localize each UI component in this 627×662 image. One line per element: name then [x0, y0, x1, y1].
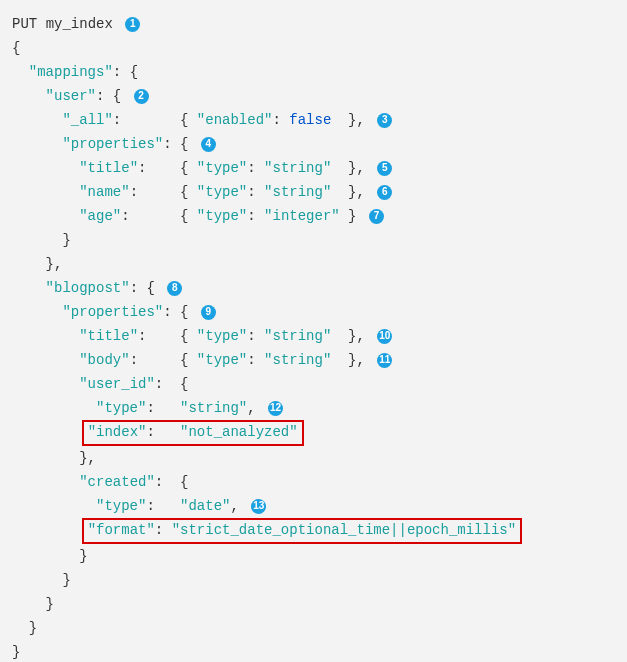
code-line: "properties": { 4 [12, 132, 615, 156]
callout-icon: 6 [377, 185, 392, 200]
highlight-box: "format": "strict_date_optional_time||ep… [82, 518, 523, 544]
http-target: my_index [46, 16, 113, 32]
code-line: } [12, 592, 615, 616]
code-line: "user": { 2 [12, 84, 615, 108]
code-line: }, [12, 252, 615, 276]
code-line: "properties": { 9 [12, 300, 615, 324]
code-line: "age": { "type": "integer" } 7 [12, 204, 615, 228]
code-line: "type": "date", 13 [12, 494, 615, 518]
code-line: "title": { "type": "string" }, 10 [12, 324, 615, 348]
code-line: "title": { "type": "string" }, 5 [12, 156, 615, 180]
code-line: }, [12, 446, 615, 470]
code-block: PUT my_index 1 { "mappings": { "user": {… [0, 0, 627, 662]
code-line: } [12, 544, 615, 568]
http-method: PUT [12, 16, 37, 32]
code-line: "_all": { "enabled": false }, 3 [12, 108, 615, 132]
callout-icon: 9 [201, 305, 216, 320]
callout-icon: 11 [377, 353, 392, 368]
callout-icon: 4 [201, 137, 216, 152]
callout-icon: 12 [268, 401, 283, 416]
code-line: } [12, 616, 615, 640]
code-line: "body": { "type": "string" }, 11 [12, 348, 615, 372]
code-line: "type": "string", 12 [12, 396, 615, 420]
callout-icon: 1 [125, 17, 140, 32]
code-line: "name": { "type": "string" }, 6 [12, 180, 615, 204]
callout-icon: 5 [377, 161, 392, 176]
code-line: } [12, 228, 615, 252]
code-line: } [12, 640, 615, 662]
code-line: "index": "not_analyzed" [12, 420, 615, 446]
callout-icon: 2 [134, 89, 149, 104]
code-line: { [12, 36, 615, 60]
callout-icon: 13 [251, 499, 266, 514]
callout-icon: 3 [377, 113, 392, 128]
callout-icon: 8 [167, 281, 182, 296]
callout-icon: 7 [369, 209, 384, 224]
code-line: "created": { [12, 470, 615, 494]
code-line: "blogpost": { 8 [12, 276, 615, 300]
code-line: "mappings": { [12, 60, 615, 84]
code-line: "user_id": { [12, 372, 615, 396]
callout-icon: 10 [377, 329, 392, 344]
code-line: } [12, 568, 615, 592]
highlight-box: "index": "not_analyzed" [82, 420, 304, 446]
code-line: "format": "strict_date_optional_time||ep… [12, 518, 615, 544]
code-line: PUT my_index 1 [12, 12, 615, 36]
